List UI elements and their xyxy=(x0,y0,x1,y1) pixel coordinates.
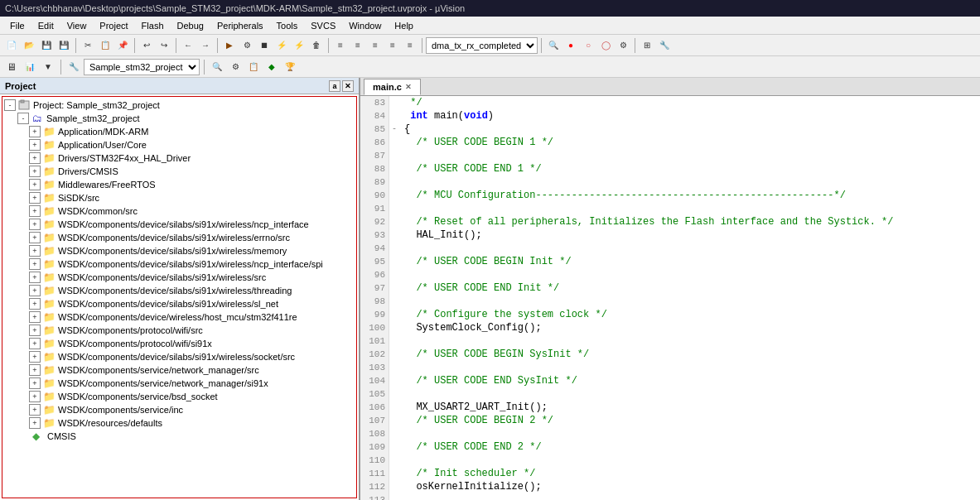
debug-stop-btn[interactable]: ○ xyxy=(580,37,596,54)
list-item[interactable]: + 📁 Application/User/Core xyxy=(2,138,356,151)
list-item[interactable]: + 📁 WSDK/components/service/bsd_socket xyxy=(2,390,356,403)
tab-main-c[interactable]: main.c ✕ xyxy=(364,79,421,95)
expand-icon[interactable]: + xyxy=(29,192,41,204)
expand-icon[interactable]: + xyxy=(29,338,41,349)
erase-btn[interactable]: 🗑 xyxy=(308,37,325,54)
list-item[interactable]: + 📁 WSDK/components/device/silabs/si91x/… xyxy=(2,350,356,363)
panel-close-btn[interactable]: ✕ xyxy=(342,80,354,92)
menu-peripherals[interactable]: Peripherals xyxy=(210,19,270,32)
project-select[interactable]: Sample_stm32_project xyxy=(84,59,200,75)
redo-btn[interactable]: ↪ xyxy=(156,37,172,54)
list-item[interactable]: + 📁 WSDK/components/device/silabs/si91x/… xyxy=(2,257,356,271)
wrench-btn[interactable]: 🔧 xyxy=(656,37,673,54)
list-item[interactable]: + 📁 WSDK/components/device/silabs/si91x/… xyxy=(2,231,356,244)
build-btn[interactable]: ▶ xyxy=(221,37,238,54)
expand-icon[interactable]: + xyxy=(29,258,41,270)
expand-icon[interactable]: + xyxy=(29,404,41,416)
list-item[interactable]: + 📁 WSDK/components/device/silabs/si91x/… xyxy=(2,284,356,297)
tb2-btn9[interactable]: 🏆 xyxy=(282,59,298,75)
collapse-marker[interactable]: - xyxy=(389,123,399,136)
menu-tools[interactable]: Tools xyxy=(270,19,305,32)
align-left-btn[interactable]: ≡ xyxy=(332,37,349,54)
cut-btn[interactable]: ✂ xyxy=(80,37,96,54)
menu-help[interactable]: Help xyxy=(388,19,420,32)
tb2-btn2[interactable]: 📊 xyxy=(22,59,38,75)
expand-icon[interactable]: + xyxy=(29,391,41,402)
tree-root-expand[interactable]: - xyxy=(4,99,16,111)
expand-icon[interactable]: + xyxy=(29,232,41,243)
expand-icon[interactable]: + xyxy=(29,139,41,151)
open-btn[interactable]: 📂 xyxy=(21,37,37,54)
expand-icon[interactable]: + xyxy=(29,205,41,217)
expand-icon[interactable]: + xyxy=(29,166,41,177)
list-item[interactable]: + 📁 WSDK/components/device/silabs/si91x/… xyxy=(2,218,356,231)
panel-pin-btn[interactable]: a xyxy=(329,80,340,92)
function-dropdown[interactable]: dma_tx_rx_completed xyxy=(426,37,538,54)
debug-options-btn[interactable]: ⚙ xyxy=(615,37,631,54)
align-right-btn[interactable]: ≡ xyxy=(367,37,384,54)
tb2-btn7[interactable]: 📋 xyxy=(245,59,262,75)
tb2-btn5[interactable]: 🔍 xyxy=(209,59,225,75)
list-item[interactable]: + 📁 WSDK/components/device/silabs/si91x/… xyxy=(2,297,356,310)
list-item[interactable]: + 📁 WSDK/resources/defaults xyxy=(2,416,356,430)
expand-icon[interactable]: + xyxy=(29,152,41,164)
list-item[interactable]: + 📁 WSDK/components/protocol/wifi/si91x xyxy=(2,337,356,350)
menu-file[interactable]: File xyxy=(3,19,31,32)
menu-flash[interactable]: Flash xyxy=(135,19,171,32)
copy-btn[interactable]: 📋 xyxy=(97,37,113,54)
save-btn[interactable]: 💾 xyxy=(38,37,55,54)
menu-view[interactable]: View xyxy=(60,19,94,32)
list-item[interactable]: + 📁 WSDK/common/src xyxy=(2,204,356,218)
tb2-btn3[interactable]: ▼ xyxy=(40,59,56,75)
search-icon-btn[interactable]: 🔍 xyxy=(545,37,562,54)
expand-icon[interactable]: + xyxy=(29,126,41,137)
expand-icon[interactable]: + xyxy=(29,219,41,230)
menu-debug[interactable]: Debug xyxy=(171,19,210,32)
list-item[interactable]: + 📁 WSDK/components/service/network_mana… xyxy=(2,377,356,390)
list-item[interactable]: + 📁 WSDK/components/service/network_mana… xyxy=(2,363,356,377)
tb2-btn1[interactable]: 🖥 xyxy=(3,59,20,75)
expand-icon[interactable]: + xyxy=(29,364,41,376)
expand-icon[interactable]: + xyxy=(29,377,41,389)
expand-icon[interactable]: + xyxy=(29,417,41,429)
tb2-btn4[interactable]: 🔧 xyxy=(65,59,82,75)
paste-btn[interactable]: 📌 xyxy=(114,37,131,54)
list-item[interactable]: + 📁 Drivers/CMSIS xyxy=(2,165,356,178)
nav-back-btn[interactable]: ← xyxy=(180,37,196,54)
expand-icon[interactable]: + xyxy=(29,298,41,310)
indent-btn[interactable]: ≡ xyxy=(402,37,418,54)
list-item[interactable]: + 📁 WSDK/components/protocol/wifi/src xyxy=(2,324,356,337)
nav-fwd-btn[interactable]: → xyxy=(197,37,214,54)
new-btn[interactable]: 📄 xyxy=(3,37,20,54)
menu-window[interactable]: Window xyxy=(342,19,388,32)
save-all-btn[interactable]: 💾 xyxy=(56,37,72,54)
list-item[interactable]: + 📁 WSDK/components/device/wireless/host… xyxy=(2,310,356,324)
list-item[interactable]: + 📁 WSDK/components/service/inc xyxy=(2,403,356,416)
list-item[interactable]: - 🗂 Sample_stm32_project xyxy=(2,112,356,125)
align-center-btn[interactable]: ≡ xyxy=(350,37,366,54)
tb2-btn8[interactable]: ◆ xyxy=(263,59,280,75)
expand-icon[interactable]: + xyxy=(29,285,41,296)
list-item[interactable]: ◆ CMSIS xyxy=(2,430,356,443)
expand-icon[interactable]: + xyxy=(29,311,41,323)
list-item[interactable]: + 📁 Middlewares/FreeRTOS xyxy=(2,178,356,191)
flash-btn[interactable]: ⚡ xyxy=(273,37,290,54)
rebuild-btn[interactable]: ⚙ xyxy=(239,37,255,54)
list-item[interactable]: + 📁 Application/MDK-ARM xyxy=(2,125,356,138)
list-item[interactable]: + 📁 WSDK/components/device/silabs/si91x/… xyxy=(2,271,356,284)
list-item[interactable]: + 📁 SiSDK/src xyxy=(2,191,356,204)
code-content[interactable]: 83 */ 84 int main(void) 85 - { 86 /* USE… xyxy=(360,96,980,500)
list-item[interactable]: + 📁 Drivers/STM32F4xx_HAL_Driver xyxy=(2,151,356,165)
expand-icon[interactable]: + xyxy=(29,272,41,283)
menu-project[interactable]: Project xyxy=(93,19,134,32)
flash-all-btn[interactable]: ⚡ xyxy=(291,37,307,54)
menu-edit[interactable]: Edit xyxy=(31,19,60,32)
expand-icon[interactable]: - xyxy=(17,113,29,124)
expand-icon[interactable]: + xyxy=(29,351,41,363)
expand-icon[interactable]: + xyxy=(29,325,41,336)
tb2-btn6[interactable]: ⚙ xyxy=(227,59,244,75)
menu-svcs[interactable]: SVCS xyxy=(304,19,342,32)
list-item[interactable]: + 📁 WSDK/components/device/silabs/si91x/… xyxy=(2,244,356,257)
layout-btn[interactable]: ⊞ xyxy=(639,37,655,54)
tab-close-btn[interactable]: ✕ xyxy=(405,83,412,91)
